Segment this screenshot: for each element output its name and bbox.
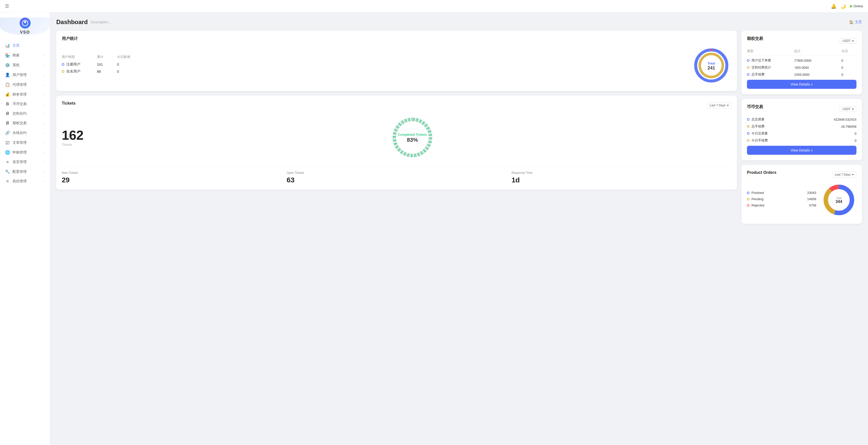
registered-label: 注册用户 xyxy=(66,62,81,67)
sidebar-item-article[interactable]: 📰文章管理 ‹ xyxy=(0,138,50,147)
coin-currency-chevron: ▾ xyxy=(852,107,854,111)
col-today: 今日新增 xyxy=(117,55,137,59)
coin-label-2: 总手续费 xyxy=(751,124,765,129)
product-filter[interactable]: Last 7 Days ▾ xyxy=(832,172,857,178)
sidebar-item-agent[interactable]: 📋代理管理 ‹ xyxy=(0,80,50,90)
coin-header: 币币交易 USDT ▾ xyxy=(747,104,857,114)
tickets-stats-row: New Tickets 29 Open Tickets 63 Response … xyxy=(62,166,732,184)
coin-title: 币币交易 xyxy=(747,104,763,110)
chevron-icon-2: ‹ xyxy=(44,64,45,67)
finished-label: Finished xyxy=(751,191,764,195)
sidebar-item-subscription[interactable]: 🌐申购管理 ‹ xyxy=(0,147,50,157)
sidebar-item-merchant[interactable]: 🏪商家 ‹ xyxy=(0,50,50,60)
registered-total: 241 xyxy=(97,63,117,66)
product-header: Product Orders Last 7 Days ▾ xyxy=(747,170,857,179)
coin-dot-1 xyxy=(747,118,749,121)
options-dot-2 xyxy=(747,66,749,69)
options-view-details-button[interactable]: View Details » xyxy=(747,80,857,89)
sidebar-item-config[interactable]: 🔧配置管理 ‹ xyxy=(0,167,50,177)
coin-val-4: 0 xyxy=(855,139,857,142)
sidebar-item-finance[interactable]: 💰财务管理 ‹ xyxy=(0,90,50,99)
options-today-3: 0 xyxy=(841,73,857,76)
menu-icon[interactable]: ☰ xyxy=(5,3,9,9)
registered-dot xyxy=(62,63,64,66)
tickets-inner: 162 Tickets xyxy=(62,114,732,161)
coin-val-1: 422849.532415 xyxy=(834,118,857,122)
coin-currency-select[interactable]: USDT ▾ xyxy=(840,106,857,112)
coin-dot-2 xyxy=(747,125,749,128)
coin-dot-3 xyxy=(747,132,749,135)
sidebar-item-coin-trade[interactable]: B币币交易 ‹ xyxy=(0,99,50,109)
options-val-3: 1556.0000 xyxy=(794,73,841,76)
options-header: 期权交易 USDT ▾ xyxy=(747,36,857,45)
options-row-2: 交割结果统计 -550.0000 0 xyxy=(747,65,857,70)
notification-icon[interactable]: 🔔 xyxy=(831,3,836,9)
options-currency-label: USDT xyxy=(842,39,851,43)
rejected-dot xyxy=(747,204,749,207)
delivery-icon: B xyxy=(5,111,10,116)
sidebar-item-user-management[interactable]: 👤用户管理 ‹ xyxy=(0,70,50,80)
sidebar-item-home[interactable]: 📊主页 xyxy=(0,41,50,50)
chevron-icon-5: ‹ xyxy=(44,93,45,96)
sidebar-item-delivery[interactable]: B交割合约 ‹ xyxy=(0,109,50,118)
chevron-icon: ‹ xyxy=(44,54,45,57)
home-icon: 📊 xyxy=(5,43,10,48)
product-row-finished: Finished 23043 xyxy=(747,191,816,195)
chevron-icon-14: ‹ xyxy=(44,180,45,183)
svg-text:83%: 83% xyxy=(407,137,418,143)
user-icon: 👤 xyxy=(5,72,10,77)
risk-icon: ≡ xyxy=(5,179,10,183)
article-icon: 📰 xyxy=(5,140,10,145)
verified-today: 0 xyxy=(117,69,137,73)
tickets-total-number: 162 xyxy=(62,129,84,142)
topbar: ☰ 🔔 🌙 Online xyxy=(0,0,868,12)
sidebar-item-risk[interactable]: ≡风控管理 ‹ xyxy=(0,177,50,186)
svg-point-1 xyxy=(24,21,26,23)
options-label-1: 用户总下单量 xyxy=(751,58,771,63)
options-view-details-label: View Details » xyxy=(790,82,813,86)
coin-row-4: 今日手续费 0 xyxy=(747,138,857,143)
options-currency-select[interactable]: USDT ▾ xyxy=(840,38,857,44)
coin-trading-card: 币币交易 USDT ▾ 总交易量 422849.532415 xyxy=(741,99,862,160)
open-tickets-label: Open Tickets xyxy=(286,171,506,175)
response-time-stat: Response Time 1d xyxy=(512,171,732,184)
coin-val-3: 0 xyxy=(855,132,857,135)
sidebar-item-homepage[interactable]: ≡首页管理 ‹ xyxy=(0,157,50,167)
filter-chevron: ▾ xyxy=(727,104,728,107)
product-title: Product Orders xyxy=(747,170,776,175)
new-tickets-label: New Tickets xyxy=(62,171,282,175)
new-tickets-value: 29 xyxy=(62,176,282,184)
product-filter-chevron: ▾ xyxy=(852,173,854,176)
coin-view-details-button[interactable]: View Details » xyxy=(747,146,857,155)
logo-icon xyxy=(20,18,31,29)
product-donut: Total 344 xyxy=(821,182,857,218)
tickets-header: Tickets Last 7 Days ▾ xyxy=(62,101,732,110)
tickets-title: Tickets xyxy=(62,101,75,106)
tickets-filter[interactable]: Last 7 Days ▾ xyxy=(707,102,732,108)
options-table-header: 类型 总计 今日 xyxy=(747,49,857,56)
system-icon: ⚙️ xyxy=(5,63,10,67)
options-val-2: -550.0000 xyxy=(794,66,841,69)
online-label: Online xyxy=(854,4,863,8)
sidebar-item-perpetual[interactable]: 🔗永续合约 ‹ xyxy=(0,128,50,138)
rejected-label: Rejected xyxy=(751,203,764,207)
home-link: 主页 xyxy=(855,20,862,24)
sidebar-item-system[interactable]: ⚙️系统 ‹ xyxy=(0,60,50,70)
pending-dot xyxy=(747,198,749,200)
sidebar-logo: VSO xyxy=(0,18,50,35)
home-breadcrumb[interactable]: 🏠 主页 xyxy=(849,20,862,24)
coin-label-1: 总交易量 xyxy=(751,117,765,122)
verified-total: 88 xyxy=(97,69,117,73)
svg-text:Completed Tickets: Completed Tickets xyxy=(398,133,427,136)
svg-text:241: 241 xyxy=(708,65,715,70)
new-tickets-stat: New Tickets 29 xyxy=(62,171,282,184)
right-column: 期权交易 USDT ▾ 类型 总计 今日 用户总 xyxy=(741,31,862,224)
options-label-2: 交割结果统计 xyxy=(751,65,771,70)
theme-icon[interactable]: 🌙 xyxy=(840,3,846,9)
stats-row-registered: 注册用户 241 0 xyxy=(62,62,691,67)
col-type: 用户类型 xyxy=(62,55,97,59)
options-icon: B xyxy=(5,121,10,126)
chevron-icon-4: ‹ xyxy=(44,83,45,86)
sidebar-item-options[interactable]: B期权交易 ‹ xyxy=(0,118,50,128)
response-time-label: Response Time xyxy=(512,171,732,175)
